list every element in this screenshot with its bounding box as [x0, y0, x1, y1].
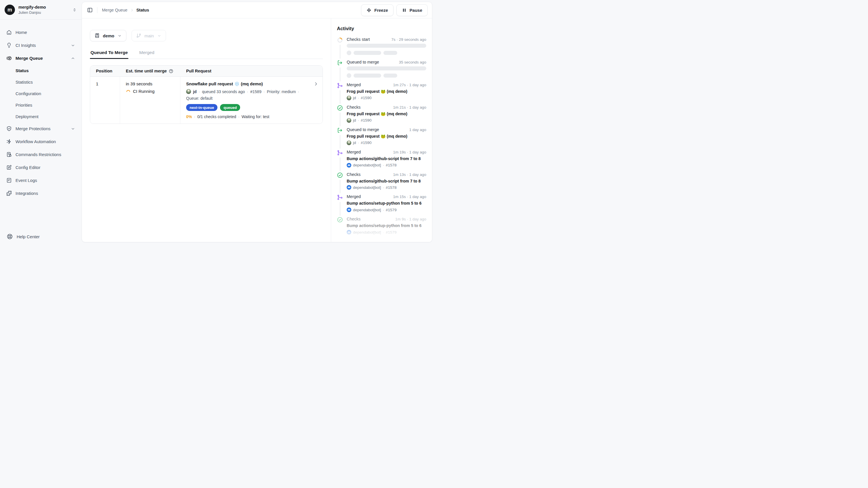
- nav-sub-label: Status: [16, 68, 29, 73]
- avatar: [347, 96, 351, 100]
- activity-pr-number: #1579: [386, 208, 397, 212]
- activity-pr-number: #1579: [386, 230, 397, 234]
- sidebar-subitem-status[interactable]: Status: [3, 65, 78, 76]
- freeze-button[interactable]: Freeze: [361, 4, 394, 16]
- checks-icon: [337, 105, 343, 111]
- pr-title[interactable]: Snowflake pull request ❄️ (mq demo): [186, 81, 309, 87]
- skeleton-bar: [353, 51, 381, 55]
- branch-icon: [136, 33, 141, 38]
- nav-sub-label: Configuration: [16, 91, 41, 96]
- skeleton-bar: [353, 74, 381, 78]
- sidebar-toggle-icon[interactable]: [87, 7, 93, 13]
- activity-item[interactable]: Queued to merge 1 day ago Frog pull requ…: [337, 127, 426, 150]
- activity-event-label: Checks: [347, 105, 361, 110]
- activity-pr-meta: dependabot[bot]#1579: [347, 207, 426, 212]
- pause-button[interactable]: Pause: [396, 4, 428, 16]
- skeleton-avatar: [347, 73, 351, 78]
- nav-label: Event Logs: [16, 178, 75, 183]
- sidebar-item-config-editor[interactable]: Config Editor: [3, 161, 78, 174]
- sidebar-item-ci-insights[interactable]: CI Insights: [3, 39, 78, 52]
- activity-event-label: Merged: [347, 194, 361, 199]
- activity-pr-author: dependabot[bot]: [353, 230, 381, 234]
- topbar: Merge Queue Status Freeze Pause: [82, 2, 432, 19]
- repository-selector[interactable]: demo: [90, 30, 126, 41]
- activity-pr-number: #1578: [386, 185, 397, 190]
- tab-merged[interactable]: Merged: [139, 50, 155, 59]
- sidebar-subitem-statistics[interactable]: Statistics: [3, 76, 78, 88]
- activity-pr-number: #1578: [386, 163, 397, 167]
- activity-item[interactable]: Checks start 7s · 29 seconds ago: [337, 37, 426, 60]
- activity-item[interactable]: Merged 1m 27s · 1 day ago Frog pull requ…: [337, 83, 426, 105]
- activity-pr-title: Frog pull request 🐸 (mq demo): [347, 134, 426, 139]
- activity-pr-meta: dependabot[bot]#1578: [347, 163, 426, 168]
- pr-priority: Priority: medium: [267, 89, 296, 94]
- sidebar-item-workflow-automation[interactable]: Workflow Automation: [3, 135, 78, 148]
- sidebar-item-event-logs[interactable]: Event Logs: [3, 174, 78, 187]
- nav-sub-label: Deployment: [16, 114, 38, 119]
- activity-title: Activity: [337, 26, 426, 31]
- sidebar-item-home[interactable]: Home: [3, 26, 78, 39]
- pr-author: jd: [193, 89, 196, 94]
- tab-queued-to-merge[interactable]: Queued To Merge: [90, 50, 128, 59]
- activity-event-label: Checks: [347, 172, 361, 177]
- checks-progress: 0%: [186, 114, 192, 119]
- activity-item[interactable]: Merged 1m 19s · 1 day ago Bump actions/g…: [337, 150, 426, 172]
- cell-position: 1: [90, 77, 120, 123]
- branch-selector[interactable]: main: [131, 30, 166, 41]
- activity-timestamp: 1m 19s · 1 day ago: [393, 150, 426, 154]
- avatar: [347, 141, 351, 145]
- activity-item[interactable]: Queued to merge 35 seconds ago: [337, 60, 426, 83]
- breadcrumb-status: Status: [136, 8, 149, 12]
- pr-meta: jd queued 33 seconds ago #1589 Priority:…: [186, 89, 309, 94]
- help-circle-icon[interactable]: [169, 69, 173, 73]
- org-switcher[interactable]: m mergify-demo Julien Danjou: [0, 0, 82, 19]
- queue-table: Position Est. time until merge Pull Requ…: [90, 65, 323, 124]
- chevron-down-icon: [71, 126, 75, 131]
- activity-event-label: Checks start: [347, 37, 370, 42]
- org-name: mergify-demo: [19, 5, 69, 10]
- activity-pr-title: Bump actions/setup-python from 5 to 6: [347, 223, 426, 228]
- row-chevron-right-icon[interactable]: [313, 81, 318, 87]
- sidebar-item-help-center[interactable]: Help Center: [7, 234, 75, 239]
- sidebar-item-commands-restrictions[interactable]: Commands Restrictions: [3, 148, 78, 161]
- checks-completed: 0/1 checks completed: [197, 114, 236, 119]
- chevron-up-icon: [71, 56, 75, 61]
- breadcrumb-chevron-icon: [130, 8, 134, 12]
- integrations-icon: [6, 191, 12, 196]
- merged-icon: [337, 194, 343, 200]
- activity-pr-title: Bump actions/github-script from 7 to 8: [347, 178, 426, 184]
- nav-label: Home: [16, 30, 75, 35]
- skeleton-bar: [347, 66, 426, 70]
- sidebar-subitem-configuration[interactable]: Configuration: [3, 88, 78, 99]
- chevrons-up-down-icon: [72, 7, 77, 12]
- skeleton-bar: [383, 51, 397, 55]
- sidebar-item-integrations[interactable]: Integrations: [3, 187, 78, 200]
- activity-timestamp: 1m 21s · 1 day ago: [393, 105, 426, 110]
- sidebar-item-merge-protections[interactable]: Merge Protections: [3, 122, 78, 135]
- ci-running-spinner-icon: [126, 89, 131, 94]
- activity-item[interactable]: Checks 1m 9s · 1 day ago Bump actions/se…: [337, 217, 426, 239]
- sidebar: m mergify-demo Julien Danjou Home CI Ins…: [0, 0, 82, 244]
- sidebar-subitem-priorities[interactable]: Priorities: [3, 99, 78, 111]
- event-logs-icon: [6, 178, 12, 183]
- activity-item[interactable]: Merged 1m 15s · 1 day ago Bump actions/s…: [337, 194, 426, 217]
- branch-selector-value: main: [145, 33, 154, 38]
- activity-pr-number: #1590: [361, 118, 372, 122]
- activity-pr-title: Frog pull request 🐸 (mq demo): [347, 111, 426, 117]
- pause-label: Pause: [410, 8, 422, 12]
- spinner-icon: [337, 37, 343, 43]
- nav-label: Integrations: [16, 191, 75, 196]
- activity-event-label: Merged: [347, 150, 361, 154]
- activity-pr-title: Bump actions/setup-python from 5 to 6: [347, 201, 426, 206]
- avatar: [347, 118, 351, 123]
- config-editor-icon: [6, 165, 12, 170]
- activity-item[interactable]: Checks 1m 21s · 1 day ago Frog pull requ…: [337, 105, 426, 127]
- sidebar-subitem-deployment[interactable]: Deployment: [3, 111, 78, 122]
- activity-item[interactable]: Checks 1m 13s · 1 day ago Bump actions/g…: [337, 172, 426, 195]
- queue-table-row[interactable]: 1 in 39 seconds CI Running Snowfla: [90, 77, 322, 123]
- snowflake-icon: [367, 8, 371, 12]
- breadcrumb-merge-queue[interactable]: Merge Queue: [102, 8, 127, 12]
- sidebar-item-merge-queue[interactable]: Merge Queue: [3, 52, 78, 65]
- nav-label: Commands Restrictions: [16, 152, 75, 157]
- activity-pr-author: dependabot[bot]: [353, 185, 381, 190]
